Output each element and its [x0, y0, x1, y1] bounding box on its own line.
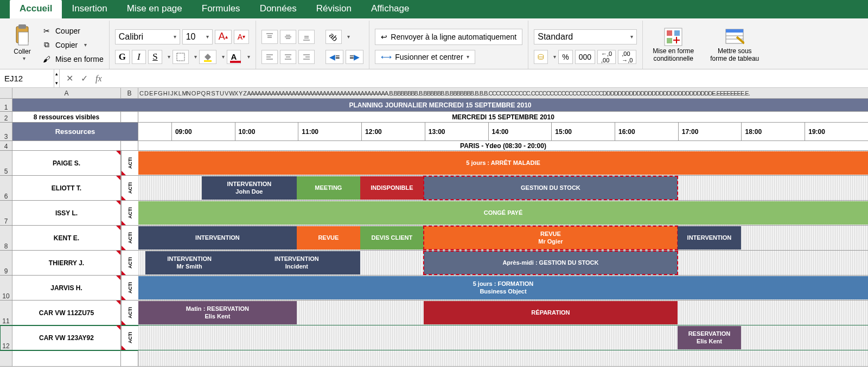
decrease-font-button[interactable]: A▾ — [234, 30, 249, 44]
align-bottom-button[interactable] — [298, 30, 315, 44]
underline-button[interactable]: S — [148, 50, 162, 64]
decrease-decimal-button[interactable]: ,00→,0 — [618, 50, 636, 64]
align-right-button[interactable] — [298, 50, 315, 64]
event-intervention-2[interactable]: INTERVENTION — [678, 226, 741, 250]
thousands-button[interactable]: 000 — [575, 50, 595, 64]
acti-cell[interactable]: ACTI — [121, 276, 138, 300]
fill-color-button[interactable] — [199, 50, 216, 64]
event-reservation-matin[interactable]: Matin : RESERVATIONElis Kent — [138, 301, 297, 324]
row-header-10[interactable]: 10 — [0, 276, 12, 300]
event-intervention-incident[interactable]: INTERVENTIONIncident — [233, 251, 360, 274]
col-header-b[interactable]: B — [121, 88, 138, 98]
increase-font-button[interactable]: A▴ — [215, 30, 232, 44]
percent-button[interactable]: % — [558, 50, 572, 64]
name-box[interactable]: EJ12 — [0, 69, 54, 87]
tab-insertion[interactable]: Insertion — [62, 0, 117, 18]
orientation-button[interactable]: ab — [326, 30, 342, 44]
resource-name[interactable]: KENT E. — [12, 226, 121, 250]
event-revue-ogier[interactable]: REVUEMr Ogier — [424, 226, 678, 250]
formula-input[interactable] — [108, 69, 868, 87]
currency-button[interactable]: ⛁ — [534, 50, 548, 64]
acti-cell[interactable]: ACTI — [121, 301, 138, 325]
event-conge-paye[interactable]: CONGÉ PAYÉ — [138, 201, 868, 225]
increase-decimal-button[interactable]: ←,0,00 — [597, 50, 616, 64]
event-gestion-stock[interactable]: GESTION DU STOCK — [424, 176, 678, 200]
timeline[interactable]: INTERVENTIONMr Smith INTERVENTIONInciden… — [138, 251, 868, 275]
event-gestion-stock-pm[interactable]: Après-midi : GESTION DU STOCK — [424, 251, 678, 274]
row-header-7[interactable]: 7 — [0, 201, 12, 225]
resource-name[interactable]: CAR VW 123AY92 — [12, 325, 121, 350]
stepper-down-icon[interactable]: ▾ — [54, 79, 59, 88]
timeline[interactable]: 5 jours : FORMATIONBusiness Object — [138, 276, 868, 300]
event-intervention-smith[interactable]: INTERVENTIONMr Smith — [145, 251, 233, 274]
event-meeting[interactable]: MEETING — [297, 176, 360, 200]
number-format-select[interactable]: Standard▾ — [534, 29, 637, 44]
conditional-format-button[interactable]: Mise en formeconditionnelle — [648, 21, 698, 69]
event-revue[interactable]: REVUE — [297, 226, 360, 250]
timeline[interactable]: INTERVENTIONJohn Doe MEETING INDISPONIBL… — [138, 176, 868, 200]
tab-revision[interactable]: Révision — [307, 0, 361, 18]
name-box-stepper[interactable]: ▴▾ — [54, 69, 60, 87]
bold-button[interactable]: G — [115, 50, 130, 64]
col-header-a[interactable]: A — [12, 88, 121, 98]
resource-name[interactable]: JARVIS H. — [12, 276, 121, 300]
align-left-button[interactable] — [261, 50, 278, 64]
acti-cell[interactable]: ACTI — [121, 226, 138, 250]
align-center-button[interactable] — [280, 50, 296, 64]
copy-button[interactable]: ⧉Copier▾ — [41, 39, 104, 52]
tab-formules[interactable]: Formules — [192, 0, 250, 18]
cut-button[interactable]: ✂Couper — [41, 24, 104, 37]
row-header-6[interactable]: 6 — [0, 176, 12, 200]
event-indisponible[interactable]: INDISPONIBLE — [360, 176, 424, 200]
event-intervention[interactable]: INTERVENTIONJohn Doe — [202, 176, 297, 200]
timeline[interactable]: Matin : RESERVATIONElis Kent RÉPARATION — [138, 301, 868, 325]
col-headers-rest[interactable]: C D E F G H I J K L MN O P Q R S T U V W… — [138, 88, 868, 98]
row-header-8[interactable]: 8 — [0, 226, 12, 250]
insert-function-button[interactable]: fx — [95, 74, 102, 84]
timeline[interactable]: INTERVENTION REVUE DEVIS CLIENT REVUEMr … — [138, 226, 868, 250]
row-header-11[interactable]: 11 — [0, 301, 12, 325]
merge-center-button[interactable]: ⟷ Fusionner et centrer ▾ — [375, 50, 475, 64]
acti-cell[interactable]: ACTI — [121, 251, 138, 275]
event-devis-client[interactable]: DEVIS CLIENT — [360, 226, 424, 250]
tab-accueil[interactable]: Accueil — [10, 0, 62, 18]
select-all-corner[interactable] — [0, 88, 12, 98]
column-headers[interactable]: A B C D E F G H I J K L MN O P Q R S T U… — [0, 88, 868, 99]
row-header-4[interactable]: 4 — [0, 141, 12, 150]
row-header-2[interactable]: 2 — [0, 112, 12, 122]
timeline[interactable]: RESERVATIONElis Kent — [138, 325, 868, 350]
resource-name[interactable]: ISSY L. — [12, 201, 121, 225]
row-header-5[interactable]: 5 — [0, 151, 12, 175]
timeline[interactable]: 5 jours : ARRÊT MALADIE — [138, 151, 868, 175]
font-size-select[interactable]: 10▾ — [182, 29, 213, 44]
format-as-table-button[interactable]: Mettre sousforme de tableau — [706, 21, 763, 69]
tab-mise-en-page[interactable]: Mise en page — [117, 0, 192, 18]
stepper-up-icon[interactable]: ▴ — [54, 69, 59, 79]
tab-donnees[interactable]: Données — [250, 0, 307, 18]
resource-name[interactable]: PAIGE S. — [12, 151, 121, 175]
align-middle-button[interactable] — [280, 30, 296, 44]
italic-button[interactable]: I — [132, 50, 146, 64]
wrap-text-button[interactable]: ↩ Renvoyer à la ligne automatiquement — [375, 29, 522, 45]
resource-name[interactable]: ELIOTT T. — [12, 176, 121, 200]
cancel-formula-button[interactable]: ✕ — [66, 73, 73, 84]
row-header-1[interactable]: 1 — [0, 99, 12, 111]
row-header-3[interactable]: 3 — [0, 123, 12, 140]
increase-indent-button[interactable]: ≡▶ — [346, 50, 363, 64]
align-top-button[interactable] — [261, 30, 278, 44]
row-header-empty[interactable] — [0, 350, 12, 366]
event-arret-maladie[interactable]: 5 jours : ARRÊT MALADIE — [138, 151, 868, 175]
event-reparation[interactable]: RÉPARATION — [424, 301, 678, 324]
format-painter-button[interactable]: 🖌Mise en forme — [41, 53, 104, 66]
event-formation[interactable]: 5 jours : FORMATIONBusiness Object — [138, 276, 868, 299]
timeline[interactable]: CONGÉ PAYÉ — [138, 201, 868, 225]
row-header-9[interactable]: 9 — [0, 251, 12, 275]
resource-name[interactable]: THIERRY J. — [12, 251, 121, 275]
font-name-select[interactable]: Calibri▾ — [115, 29, 180, 44]
acti-cell[interactable]: ACTI — [121, 201, 138, 225]
acti-cell[interactable]: ACTI — [121, 325, 138, 350]
row-header-12[interactable]: 12 — [0, 325, 12, 350]
tab-affichage[interactable]: Affichage — [361, 0, 419, 18]
decrease-indent-button[interactable]: ◀≡ — [326, 50, 343, 64]
confirm-formula-button[interactable]: ✓ — [81, 73, 88, 84]
